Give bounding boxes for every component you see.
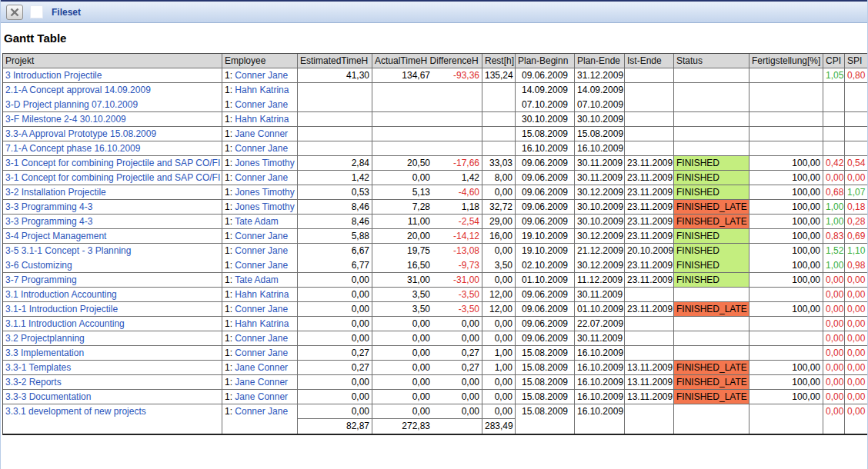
- cell-plan-beginn: 09.06.2009: [516, 156, 575, 171]
- employee-link[interactable]: Hahn Katrina: [235, 85, 289, 95]
- project-link[interactable]: 3-1 Concept for combining Projectile and…: [5, 172, 220, 183]
- employee-link[interactable]: Conner Jane: [235, 333, 288, 344]
- project-link[interactable]: 3-D Project planning 07.10.2009: [5, 99, 138, 110]
- cell-plan-ende: 30.11.2009: [575, 331, 625, 346]
- employee-link[interactable]: Jane Conner: [235, 362, 288, 373]
- project-link[interactable]: 2.1-A Concept approval 14.09.2009: [5, 85, 151, 95]
- table-row: 3-7 Programming1: Tate Adam0,0031,00-31,…: [3, 273, 868, 288]
- project-link[interactable]: 3.3 Implementation: [5, 348, 84, 358]
- cell-spi: 0,69: [845, 229, 868, 244]
- total-actual: 272,83: [372, 419, 432, 434]
- project-link[interactable]: 3.1 Introduction Accounting: [5, 289, 117, 300]
- cell-plan-beginn: 09.06.2009: [516, 215, 575, 229]
- project-link[interactable]: 3-F Milestone 2-4 30.10.2009: [5, 114, 126, 125]
- table-row: 3-1 Concept for combining Projectile and…: [3, 156, 868, 171]
- project-link[interactable]: 3.3-2 Reports: [5, 377, 62, 388]
- cell-projekt: 3-4 Project Management: [3, 229, 222, 244]
- employee-link[interactable]: Jones Timothy: [235, 201, 294, 212]
- status-badge: FINISHED: [674, 244, 749, 258]
- employee-link[interactable]: Conner Jane: [235, 406, 288, 417]
- cell-ist-ende: 23.11.2009: [625, 302, 674, 317]
- project-link[interactable]: 3.2 Projectplanning: [5, 333, 85, 344]
- cell-estimated-time: 8,46: [298, 200, 372, 215]
- cell-plan-beginn: 09.06.2009: [516, 317, 575, 331]
- employee-number: 1:: [225, 143, 232, 154]
- close-button[interactable]: [6, 5, 23, 20]
- project-link[interactable]: 3.1.1 Introduction Accounting: [5, 318, 125, 329]
- project-link[interactable]: 3-3 Programming 4-3: [5, 216, 92, 227]
- cell-difference: 0,00: [432, 331, 482, 346]
- cell-plan-ende: 21.12.2009: [575, 244, 625, 258]
- employee-link[interactable]: Conner Jane: [235, 231, 288, 241]
- cell-rest: 0,00: [482, 185, 516, 200]
- project-link[interactable]: 3.3.1 development of new projects: [5, 406, 146, 417]
- employee-number: 1:: [225, 289, 232, 300]
- cell-actual-time: 0,00: [372, 331, 432, 346]
- cell-plan-beginn: 30.10.2009: [516, 112, 575, 127]
- project-link[interactable]: 3.3-1 Templates: [5, 362, 71, 373]
- project-link[interactable]: 3 Introduction Projectile: [5, 70, 102, 81]
- project-link[interactable]: 3.3-A Approval Prototype 15.08.2009: [5, 128, 156, 139]
- project-link[interactable]: 3-3 Programming 4-3: [5, 201, 92, 212]
- cell-ist-ende: [625, 68, 674, 83]
- employee-link[interactable]: Conner Jane: [235, 260, 288, 271]
- project-link[interactable]: 3.3-3 Documentation: [5, 391, 91, 402]
- cell-projekt: 3-1 Concept for combining Projectile and…: [3, 171, 222, 185]
- employee-link[interactable]: Jones Timothy: [235, 187, 294, 198]
- cell-rest: 0,00: [482, 317, 516, 331]
- table-row: 3-1 Concept for combining Projectile and…: [3, 171, 868, 185]
- employee-link[interactable]: Jones Timothy: [235, 158, 294, 168]
- cell-spi: 0,00: [845, 404, 868, 434]
- project-link[interactable]: 3-6 Customizing: [5, 260, 72, 271]
- cell-projekt: 3.3-1 Templates: [3, 361, 222, 375]
- project-link[interactable]: 3.1-1 Introduction Projectile: [5, 304, 118, 314]
- fileset-label[interactable]: Fileset: [52, 7, 81, 18]
- employee-link[interactable]: Conner Jane: [235, 348, 288, 358]
- cell-plan-beginn: 19.10.2009: [516, 244, 575, 258]
- employee-link[interactable]: Hahn Katrina: [235, 289, 289, 300]
- cell-fertigstellung: [749, 112, 823, 127]
- project-link[interactable]: 7.1-A Concept phase 16.10.2009: [5, 143, 140, 154]
- cell-plan-ende: 30.11.2009: [575, 156, 625, 171]
- employee-link[interactable]: Hahn Katrina: [235, 318, 289, 329]
- employee-link[interactable]: Tate Adam: [235, 216, 279, 227]
- project-link[interactable]: 3-7 Programming: [5, 274, 77, 285]
- cell-fertigstellung: [749, 68, 823, 83]
- status-badge: FINISHED_LATE: [674, 302, 749, 317]
- cell-ist-ende: 23.11.2009: [625, 258, 674, 273]
- employee-link[interactable]: Conner Jane: [235, 70, 288, 81]
- cell-fertigstellung: [749, 404, 823, 434]
- employee-link[interactable]: Jane Conner: [235, 391, 288, 402]
- cell-fertigstellung: 100,00: [749, 185, 823, 200]
- cell-cpi: 0,83: [823, 229, 845, 244]
- cell-employee: 1: Conner Jane: [222, 244, 298, 258]
- cell-rest: [482, 141, 516, 156]
- cell-cpi: 0,00: [823, 390, 845, 404]
- cell-plan-ende: 16.10.2009: [575, 404, 625, 434]
- employee-link[interactable]: Conner Jane: [235, 143, 288, 154]
- cell-actual-time: 16,50: [372, 258, 432, 273]
- employee-link[interactable]: Tate Adam: [235, 274, 279, 285]
- cell-cpi: 0,00: [823, 288, 845, 302]
- column-header-status: Status: [674, 54, 749, 68]
- employee-link[interactable]: Jane Conner: [235, 377, 288, 388]
- cell-cpi: 0,00: [823, 331, 845, 346]
- employee-link[interactable]: Hahn Katrina: [235, 114, 289, 125]
- project-link[interactable]: 3-2 Installation Projectile: [5, 187, 106, 198]
- project-link[interactable]: 3-1 Concept for combining Projectile and…: [5, 158, 220, 168]
- cell-difference: [432, 83, 482, 98]
- cell-rest: [482, 98, 516, 112]
- cell-projekt: 3.2 Projectplanning: [3, 331, 222, 346]
- employee-link[interactable]: Jane Conner: [235, 128, 288, 139]
- cell-rest: 3,50: [482, 258, 516, 273]
- cell-difference: -9,73: [432, 258, 482, 273]
- employee-link[interactable]: Conner Jane: [235, 172, 288, 183]
- status-badge: [674, 98, 749, 112]
- project-link[interactable]: 3-4 Project Management: [5, 231, 106, 241]
- employee-number: 1:: [225, 128, 232, 139]
- fileset-checkbox[interactable]: [30, 5, 43, 18]
- employee-link[interactable]: Conner Jane: [235, 99, 288, 110]
- project-link[interactable]: 3-5 3.1-1 Concept - 3 Planning: [5, 245, 131, 256]
- employee-link[interactable]: Conner Jane: [235, 245, 288, 256]
- employee-link[interactable]: Conner Jane: [235, 304, 288, 314]
